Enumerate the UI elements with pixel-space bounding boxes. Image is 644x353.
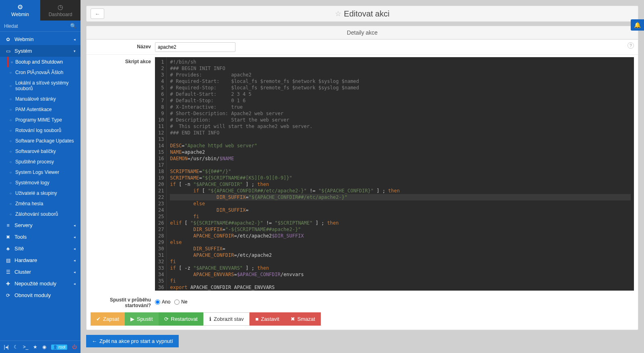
boot-label: Spustit v průběhu startování?	[91, 295, 151, 308]
sidebar-item-spu-t-n-procesy[interactable]: Spuštěné procesy	[7, 157, 80, 167]
name-label: Název	[91, 42, 151, 50]
sidebar-item-label: Manuálové stránky	[15, 96, 56, 102]
save-button[interactable]: ✔Zapsat	[91, 312, 125, 326]
boot-yes-radio[interactable]	[155, 299, 160, 305]
delete-button[interactable]: ✖Smazat	[285, 312, 321, 326]
restart-label: Restartovat	[171, 316, 198, 322]
nav-system[interactable]: ▭ Systém ▾	[0, 45, 80, 57]
nav-hardware[interactable]: ▤ Hardware ◂	[0, 254, 80, 266]
sidebar-nav: ✿ Webmin ◂ ▭ Systém ▾ Bootup and Shutdow…	[0, 32, 80, 341]
name-input[interactable]	[155, 42, 235, 52]
boot-no-label: Ne	[181, 299, 187, 305]
sidebar-tabs: ⚙ Webmin ◷ Dashboard	[0, 0, 80, 21]
webmin-icon: ⚙	[0, 3, 40, 11]
sidebar-item-label: Bootup and Shutdown	[15, 59, 63, 65]
code-editor[interactable]: 1234567891011121314151617181920212223242…	[155, 57, 634, 291]
sidebar-item-label: PAM Autentikace	[15, 107, 52, 112]
boot-no-radio[interactable]	[174, 299, 180, 305]
nav-refresh[interactable]: ⟳ Obnovit moduly	[0, 289, 80, 301]
sidebar: ⚙ Webmin ◷ Dashboard 🔍 ✿ Webmin ◂ ▭ Syst…	[0, 0, 80, 353]
sidebar-item-u-ivatel-a-skupiny[interactable]: Uživatelé a skupiny	[7, 188, 80, 198]
layers-icon: ☰	[5, 269, 11, 275]
moon-icon[interactable]: ☾	[14, 344, 18, 350]
sidebar-item-label: Softwarové balíčky	[15, 149, 56, 154]
nav-unused[interactable]: ✚ Nepoužité moduly ◂	[0, 278, 80, 289]
search-icon[interactable]: 🔍	[70, 23, 76, 29]
nav-networks[interactable]: ♣ Sítě ◂	[0, 243, 80, 254]
tab-dashboard[interactable]: ◷ Dashboard	[40, 0, 80, 21]
status-label: Zobrazit stav	[214, 316, 244, 322]
sidebar-footer: |◂| ☾ >_ ★ ◉ 👤root ⏻	[0, 341, 80, 353]
nav-hardware-label: Hardware	[14, 257, 37, 263]
search-input[interactable]	[4, 23, 70, 29]
sidebar-item-zm-na-hesla[interactable]: Změna hesla	[7, 198, 80, 209]
sidebar-item-label: Rotování log souborů	[15, 128, 61, 133]
sidebar-item-softwarov-bal-ky[interactable]: Softwarové balíčky	[7, 146, 80, 157]
globe-icon[interactable]: ◉	[42, 344, 46, 350]
notifications-bell[interactable]: 🔔	[631, 19, 644, 31]
user-badge[interactable]: 👤root	[51, 345, 67, 350]
puzzle-icon: ✚	[5, 281, 11, 287]
chevron-right-icon: ◂	[74, 282, 76, 286]
chevron-right-icon: ◂	[74, 270, 76, 274]
sidebar-item-system-logs-viewer[interactable]: System Logs Viewer	[7, 167, 80, 178]
sidebar-item-pam-autentikace[interactable]: PAM Autentikace	[7, 104, 80, 115]
card-header: Detaily akce	[87, 26, 638, 39]
sidebar-item-syst-mov-logy[interactable]: Systémové logy	[7, 178, 80, 188]
boot-yes-label: Ano	[162, 299, 170, 305]
sidebar-item-z-lohov-n-soubor-[interactable]: Zálohování souborů	[7, 209, 80, 219]
boot-yes[interactable]: Ano	[155, 299, 170, 305]
sidebar-item-software-package-updates[interactable]: Software Package Updates	[7, 136, 80, 146]
row-boot: Spustit v průběhu startování? Ano Ne	[87, 293, 638, 311]
logout-icon[interactable]: ⏻	[72, 344, 77, 350]
refresh-icon: ⟳	[5, 293, 11, 298]
user-icon: 👤	[53, 345, 58, 349]
back-button[interactable]: ←	[91, 8, 104, 19]
status-button[interactable]: ℹZobrazit stav	[203, 312, 250, 326]
editor-code[interactable]: #!/bin/sh### BEGIN INIT INFO# Provides: …	[167, 57, 634, 291]
nav-cluster[interactable]: ☰ Cluster ◂	[0, 266, 80, 278]
play-icon: ▶	[130, 316, 134, 322]
sidebar-item-manu-lov-str-nky[interactable]: Manuálové stránky	[7, 94, 80, 104]
start-button[interactable]: ▶Spustit	[125, 312, 159, 326]
row-script: Skript akce 1234567891011121314151617181…	[87, 54, 638, 293]
boot-no[interactable]: Ne	[174, 299, 187, 305]
sidebar-item-cron-pl-nova-loh[interactable]: Cron PlÃ¡novaÄ Ãšloh	[7, 67, 80, 78]
sidebar-search: 🔍	[0, 21, 80, 32]
sidebar-item-label: Lokální a síťové systémy souborů	[15, 80, 76, 91]
delete-label: Smazat	[297, 316, 315, 322]
nav-webmin[interactable]: ✿ Webmin ◂	[0, 33, 80, 45]
back-link-button[interactable]: ←Zpět na akce pro start a vypnutí	[86, 335, 179, 347]
sidebar-item-label: Software Package Updates	[15, 138, 74, 144]
help-icon[interactable]: ?	[627, 42, 634, 49]
action-buttons: ✔Zapsat ▶Spustit ⟳Restartovat ℹZobrazit …	[87, 311, 638, 330]
save-label: Zapsat	[103, 316, 119, 322]
stop-button[interactable]: ■Zastavit	[250, 312, 285, 326]
collapse-icon[interactable]: |◂|	[4, 344, 8, 350]
arrow-left-icon: ←	[92, 338, 97, 344]
arrow-left-icon: ←	[95, 11, 100, 17]
star-icon[interactable]: ★	[33, 344, 37, 350]
terminal-icon[interactable]: >_	[23, 344, 29, 350]
tab-webmin[interactable]: ⚙ Webmin	[0, 0, 40, 21]
stop-label: Zastavit	[261, 316, 279, 322]
chevron-right-icon: ◂	[74, 37, 76, 41]
sidebar-item-label: Cron PlÃ¡novaÄ Ãšloh	[15, 70, 63, 75]
sidebar-item-bootup-and-shutdown[interactable]: Bootup and Shutdown	[7, 57, 80, 67]
sidebar-item-label: Uživatelé a skupiny	[15, 190, 57, 196]
check-icon: ✔	[96, 316, 101, 322]
sidebar-item-programy-mime-type[interactable]: Programy MIME Type	[7, 115, 80, 125]
stop-icon: ■	[255, 316, 258, 322]
restart-button[interactable]: ⟳Restartovat	[159, 312, 203, 326]
sidebar-item-label: Programy MIME Type	[15, 117, 62, 123]
nav-tools[interactable]: ✖ Tools ◂	[0, 231, 80, 243]
nav-servers[interactable]: ≡ Servery ◂	[0, 219, 80, 231]
chevron-right-icon: ◂	[74, 258, 76, 262]
network-icon: ♣	[5, 246, 11, 252]
nav-webmin-label: Webmin	[14, 36, 33, 42]
hdd-icon: ▤	[5, 258, 11, 263]
sidebar-item-label: System Logs Viewer	[15, 169, 59, 175]
topbar: ← ☆ Editovat akci	[86, 6, 638, 22]
sidebar-item-rotov-n-log-soubor-[interactable]: Rotování log souborů	[7, 125, 80, 136]
sidebar-item-lok-ln-a-s-ov-syst-my-soubor-[interactable]: Lokální a síťové systémy souborů	[7, 78, 80, 94]
